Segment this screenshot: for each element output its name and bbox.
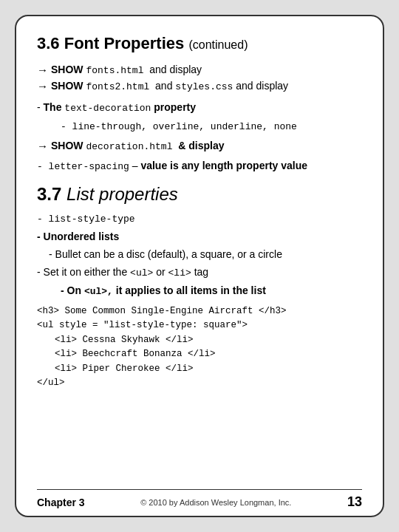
code-line-4: <li> Beechcraft Bonanza </li> <box>37 347 362 361</box>
decoration-values: - line-through, overline, underline, non… <box>37 120 362 132</box>
slide-title: 3.6 Font Properties (continued) <box>37 34 362 53</box>
and-display-2: and display <box>236 80 288 92</box>
title-continued: (continued) <box>188 38 248 51</box>
code-line-6: </ul> <box>37 376 362 390</box>
unordered-title-line: - Unordered lists <box>37 231 362 242</box>
set-it-line: - Set it on either the <ul> or <li> tag <box>37 266 362 279</box>
arrow1-content: SHOW fonts.html and display <box>51 64 202 76</box>
code-line-1: <h3> Some Common Single-Engine Aircraft … <box>37 304 362 318</box>
on-ul-bold: - On <box>61 284 84 296</box>
letter-spacing-line: - letter-spacing – value is any length p… <box>37 160 362 172</box>
bullet-text: - Bullet can be a disc (default), a squa… <box>49 248 282 260</box>
text-decoration-mono: text-decoration <box>64 103 151 114</box>
property-label: property <box>154 101 196 113</box>
and-display-1: and display <box>149 64 202 75</box>
li-tag: <li> <box>168 267 191 279</box>
arrow3-content: SHOW decoration.html & display <box>51 140 225 152</box>
value-is-any: value is any length property value <box>140 160 307 171</box>
and-text-2: and <box>155 80 175 92</box>
tag-text: tag <box>194 266 208 278</box>
on-ul-text: it applies to all items in the list <box>116 284 266 296</box>
decoration-values-text: - line-through, overline, underline, non… <box>61 121 297 132</box>
letter-spacing-mono: - letter-spacing <box>37 161 129 172</box>
arrow-item-3: → SHOW decoration.html & display <box>37 140 362 152</box>
slide-container: 3.6 Font Properties (continued) → SHOW f… <box>15 15 384 517</box>
letter-spacing-text: – <box>132 160 141 171</box>
fonts-html: fonts.html <box>86 65 149 76</box>
section-3-7-italic: List properties <box>66 184 178 204</box>
code-block: <h3> Some Common Single-Engine Aircraft … <box>37 304 362 390</box>
arrow-icon-1: → <box>37 64 48 76</box>
arrow-item-2: → SHOW fonts2.html and styles.css and di… <box>37 80 362 92</box>
set-it-text: - Set it on either the <box>37 266 130 278</box>
decoration-html: decoration.html <box>86 141 178 152</box>
show-label-3: SHOW <box>51 140 83 151</box>
styles-css: styles.css <box>175 81 233 92</box>
dash-the: - <box>37 101 44 113</box>
footer-chapter: Chapter 3 <box>37 497 85 508</box>
list-style-type-line: - list-style-type <box>37 212 362 225</box>
and-display-bold: & display <box>178 140 224 151</box>
code-line-5: <li> Piper Cherokee </li> <box>37 362 362 376</box>
section-3-7-num: 3.7 <box>37 184 61 204</box>
text-decoration-section: - The text-decoration property - line-th… <box>37 101 362 132</box>
show-label-1: SHOW <box>51 64 83 75</box>
code-line-3: <li> Cessna Skyhawk </li> <box>37 333 362 347</box>
bullet-can-be-line: - Bullet can be a disc (default), a squa… <box>37 248 362 260</box>
ul-tag: <ul> <box>130 267 153 279</box>
title-text: 3.6 Font Properties <box>37 34 184 52</box>
arrow-item-1: → SHOW fonts.html and display <box>37 64 362 76</box>
code-line-2: <ul style = "list-style-type: square"> <box>37 318 362 332</box>
show-label-2: SHOW <box>51 80 83 92</box>
arrow-icon-3: → <box>37 140 48 152</box>
the-label: The <box>44 101 65 113</box>
or-text: or <box>156 266 168 278</box>
unordered-label: - Unordered lists <box>37 231 119 242</box>
footer-copyright: © 2010 by Addison Wesley Longman, Inc. <box>140 498 291 507</box>
on-ul-mono: <ul>, <box>84 286 113 297</box>
arrow2-content: SHOW fonts2.html and styles.css and disp… <box>51 80 288 92</box>
arrow-icon-2: → <box>37 80 48 92</box>
slide-content: 3.6 Font Properties (continued) → SHOW f… <box>37 34 362 483</box>
list-style-type-mono: - list-style-type <box>37 214 135 225</box>
footer-page: 13 <box>347 494 362 510</box>
on-ul-line: - On <ul>, it applies to all items in th… <box>37 284 362 297</box>
footer: Chapter 3 © 2010 by Addison Wesley Longm… <box>37 489 362 516</box>
section-3-7-title: 3.7 List properties <box>37 184 362 205</box>
fonts2-html: fonts2.html <box>86 81 155 92</box>
the-property-line: - The text-decoration property <box>37 101 362 114</box>
